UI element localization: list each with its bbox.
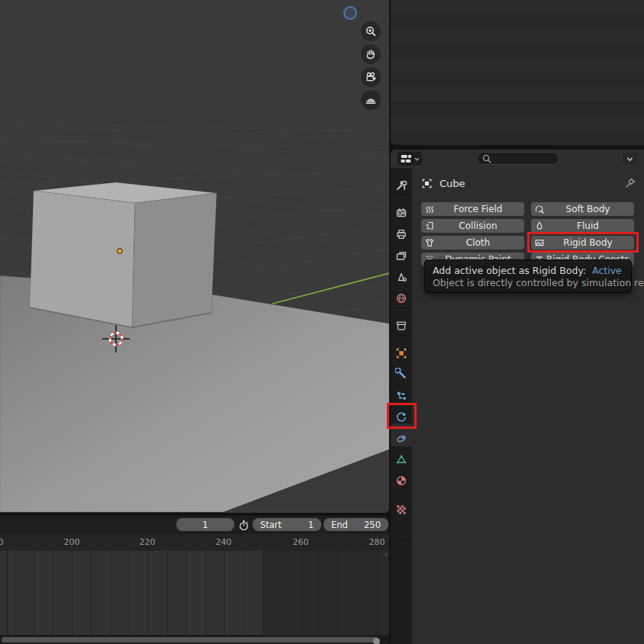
zoom-icon <box>365 25 377 37</box>
ruler-label: 0 <box>0 537 4 547</box>
properties-editor: Cube Force Field <box>391 150 644 644</box>
material-icon <box>395 475 407 487</box>
object-icon <box>395 347 407 359</box>
cloth-button[interactable]: Cloth <box>421 236 524 250</box>
tab-render[interactable] <box>391 202 412 224</box>
scene-icon <box>395 271 407 283</box>
properties-options-dropdown[interactable] <box>623 153 637 165</box>
breadcrumb-object-name[interactable]: Cube <box>440 178 465 189</box>
properties-editor-icon <box>400 153 414 164</box>
timeline-ruler[interactable]: 0 200 220 240 260 280 <box>0 534 389 551</box>
ruler-label: 240 <box>216 537 232 547</box>
chevron-down-icon <box>626 156 633 163</box>
particles-icon <box>395 390 407 402</box>
tab-scene[interactable] <box>391 266 412 288</box>
camera-icon <box>365 71 377 83</box>
zoom-button[interactable] <box>361 21 381 41</box>
force-field-button[interactable]: Force Field <box>421 202 524 216</box>
ruler-label: 260 <box>293 537 309 547</box>
force-field-icon <box>424 204 435 214</box>
chevron-down-icon <box>414 156 420 162</box>
rigid-body-highlight-box <box>527 232 639 253</box>
tab-collection[interactable] <box>391 315 412 336</box>
soft-body-button[interactable]: Soft Body <box>531 202 634 216</box>
object-data-icon <box>395 453 407 465</box>
object-icon <box>421 178 433 189</box>
3d-viewport[interactable] <box>0 0 389 513</box>
soft-body-icon <box>534 204 545 214</box>
tab-output[interactable] <box>391 224 412 245</box>
collection-icon <box>395 320 407 332</box>
grid-sphere-icon <box>365 94 377 106</box>
properties-header <box>391 150 644 169</box>
stopwatch-icon[interactable] <box>237 519 250 532</box>
tab-tool[interactable] <box>391 175 412 196</box>
tab-constraints[interactable] <box>391 428 412 449</box>
texture-icon <box>395 504 407 516</box>
tooltip-value: Active <box>592 265 622 276</box>
tab-object-data[interactable] <box>391 449 412 470</box>
constraints-icon <box>395 433 407 445</box>
editor-type-dropdown[interactable] <box>398 152 422 166</box>
view-layer-icon <box>395 250 407 262</box>
chevron-left-icon: ‹ <box>385 549 388 559</box>
timeline-scrollbar-knob[interactable] <box>373 638 380 644</box>
tooltip-title: Add active object as Rigid Body: Active <box>433 265 623 277</box>
navigation-gizmo-ball[interactable] <box>343 6 357 20</box>
perspective-toggle-button[interactable] <box>361 90 381 110</box>
fluid-button[interactable]: Fluid <box>531 219 634 233</box>
cloth-icon <box>424 237 435 248</box>
viewport-scene <box>0 0 389 513</box>
pan-hand-icon <box>365 48 377 60</box>
ruler-label: 280 <box>369 537 385 547</box>
search-icon <box>481 153 492 164</box>
tab-texture[interactable] <box>391 499 412 520</box>
tooltip: Add active object as Rigid Body: Active … <box>424 259 632 293</box>
tab-material[interactable] <box>391 470 412 491</box>
output-icon <box>395 228 407 240</box>
tool-icon <box>395 179 407 192</box>
outliner-editor[interactable] <box>391 0 644 145</box>
tab-view-layer[interactable] <box>391 245 412 266</box>
fluid-icon <box>534 221 545 231</box>
properties-search-input[interactable] <box>477 152 559 165</box>
tab-object[interactable] <box>391 343 412 364</box>
timeline-header: 1 Start1 End250 <box>0 516 389 534</box>
world-icon <box>395 292 407 304</box>
timeline-scrollbar[interactable] <box>2 637 378 642</box>
blender-window: 1 Start1 End250 0 200 220 240 260 280 <box>0 0 644 644</box>
ruler-label: 200 <box>64 537 80 547</box>
timeline-scroll-track[interactable] <box>0 636 389 644</box>
cube-object[interactable] <box>30 182 217 327</box>
physics-tab-highlight-box <box>387 403 417 429</box>
breadcrumb: Cube <box>421 175 465 191</box>
timeline-grid-lines <box>0 551 389 635</box>
current-frame-field[interactable]: 1 <box>176 518 234 531</box>
frame-start-field[interactable]: Start1 <box>253 518 321 531</box>
object-origin-dot <box>118 249 122 253</box>
pan-button[interactable] <box>361 44 381 64</box>
timeline-track-area[interactable] <box>0 551 389 635</box>
collision-button[interactable]: Collision <box>421 219 524 233</box>
ruler-label: 220 <box>140 537 156 547</box>
pin-icon[interactable] <box>624 177 636 189</box>
timeline-editor[interactable]: 1 Start1 End250 0 200 220 240 260 280 <box>0 516 389 644</box>
frame-end-field[interactable]: End250 <box>324 518 388 531</box>
tooltip-description: Object is directly controlled by simulat… <box>433 277 623 289</box>
tab-modifiers[interactable] <box>391 363 412 385</box>
render-icon <box>395 207 407 219</box>
collision-icon <box>424 221 435 231</box>
tab-world[interactable] <box>391 288 412 309</box>
camera-view-button[interactable] <box>361 67 381 87</box>
modifiers-icon <box>395 368 407 380</box>
